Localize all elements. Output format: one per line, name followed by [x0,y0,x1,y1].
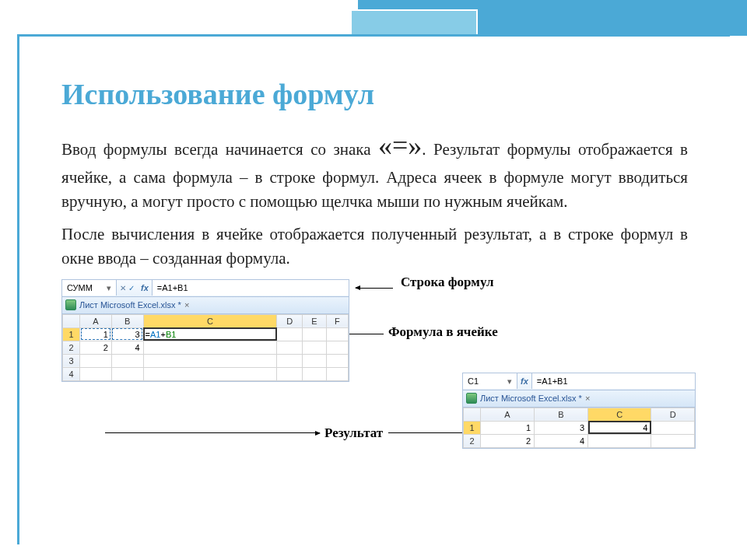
cell[interactable]: 4 [535,434,588,447]
slide-content: Использование формул Ввод формулы всегда… [19,37,730,495]
col-header[interactable]: C [143,314,277,327]
cell[interactable] [326,367,348,380]
dropdown-icon[interactable]: ▾ [507,376,512,387]
row-header[interactable]: 1 [464,421,481,434]
paragraph-2: После вычисления в ячейке отображается п… [61,222,688,270]
name-box[interactable]: C1 ▾ [463,373,517,389]
cell[interactable] [303,327,327,341]
workbook-tab-row: Лист Microsoft Excel.xlsx * × [463,390,695,408]
cell[interactable]: 3 [111,327,143,341]
equals-sign: «=» [378,130,422,161]
col-header[interactable]: D [277,314,303,327]
slide-frame: Использование формул Ввод формулы всегда… [17,34,730,544]
cell[interactable] [651,434,695,447]
close-tab-icon[interactable]: × [184,300,189,310]
cell[interactable] [143,354,277,367]
para1-part-a: Ввод формулы всегда начинается со знака [61,140,378,159]
workbook-tab-row: Лист Microsoft Excel.xlsx * × [62,297,349,314]
col-header[interactable]: E [303,314,327,327]
col-header[interactable]: C [588,408,651,421]
formula-input[interactable]: =A1+B1 [152,280,349,296]
select-all-corner[interactable] [464,408,481,421]
cell[interactable]: 2 [481,434,535,447]
formula-bar: СУММ ▾ ✕ ✓ fx =A1+B1 [62,280,349,297]
cell[interactable] [143,367,277,380]
cell[interactable] [588,434,651,447]
illustration-area: Строка формул Формула в ячейке Результат… [61,279,688,481]
cell-text: =A1+B1 [146,330,177,339]
col-header[interactable]: A [80,314,112,327]
paragraph-1: Ввод формулы всегда начинается со знака … [61,125,688,213]
row-header[interactable]: 2 [464,434,481,447]
arrow-result-left [105,432,320,433]
slide-decoration [358,0,747,37]
workbook-tab[interactable]: Лист Microsoft Excel.xlsx * [79,300,181,310]
cell[interactable]: 1 [481,421,535,434]
workbook-tab[interactable]: Лист Microsoft Excel.xlsx * [480,394,582,403]
enter-icon[interactable]: ✓ [128,284,135,292]
row-header[interactable]: 4 [63,367,80,380]
cell[interactable] [326,341,348,354]
cancel-icon[interactable]: ✕ [120,284,126,292]
arrow-formula-bar [356,288,393,289]
fx-icon[interactable]: fx [517,376,531,386]
active-cell[interactable]: =A1+B1 [143,327,277,341]
cell[interactable] [80,367,112,380]
page-title: Использование формул [61,77,688,111]
cell[interactable] [326,354,348,367]
close-tab-icon[interactable]: × [585,394,590,403]
cell[interactable] [303,354,327,367]
spreadsheet-grid[interactable]: A B C D E F 1 1 3 =A1+B1 [62,314,349,381]
cell[interactable]: 2 [80,341,112,354]
row-header[interactable]: 3 [63,354,80,367]
cell[interactable] [80,354,112,367]
label-cell-formula: Формула в ячейке [388,324,498,340]
cell[interactable] [143,341,277,354]
excel-file-icon [466,393,477,404]
cell[interactable] [111,354,143,367]
cell[interactable] [303,367,327,380]
dropdown-icon[interactable]: ▾ [107,283,111,293]
excel-file-icon [65,299,76,310]
col-header[interactable]: B [535,408,588,421]
cell[interactable]: 4 [111,341,143,354]
label-formula-bar: Строка формул [401,275,494,290]
cell[interactable] [303,341,327,354]
cell[interactable]: 1 [80,327,112,341]
fx-buttons: ✕ ✓ [117,284,138,292]
excel-editing-screenshot: СУММ ▾ ✕ ✓ fx =A1+B1 Лист Microsoft Exce… [61,279,349,382]
col-header[interactable]: D [651,408,695,421]
col-header[interactable]: A [481,408,535,421]
active-cell[interactable]: 4 [588,421,651,434]
formula-input[interactable]: =A1+B1 [531,373,695,389]
cell[interactable] [651,421,695,434]
formula-bar: C1 ▾ fx =A1+B1 [463,373,695,390]
name-box-value: C1 [468,376,479,386]
cell[interactable] [277,341,303,354]
cell[interactable] [277,354,303,367]
col-header[interactable]: F [326,314,348,327]
cell[interactable] [326,327,348,341]
excel-result-screenshot: C1 ▾ fx =A1+B1 Лист Microsoft Excel.xlsx… [462,373,696,449]
row-header[interactable]: 1 [63,327,80,341]
spreadsheet-grid[interactable]: A B C D 1 1 3 4 2 2 4 [463,408,695,448]
cell[interactable] [111,367,143,380]
label-result: Результат [324,425,383,441]
cell[interactable] [277,367,303,380]
fx-icon[interactable]: fx [138,283,152,292]
cell[interactable] [277,327,303,341]
row-header[interactable]: 2 [63,341,80,354]
col-header[interactable]: B [111,314,143,327]
name-box[interactable]: СУММ ▾ [62,280,117,296]
select-all-corner[interactable] [63,314,80,327]
name-box-value: СУММ [67,283,93,292]
cell[interactable]: 3 [535,421,588,434]
